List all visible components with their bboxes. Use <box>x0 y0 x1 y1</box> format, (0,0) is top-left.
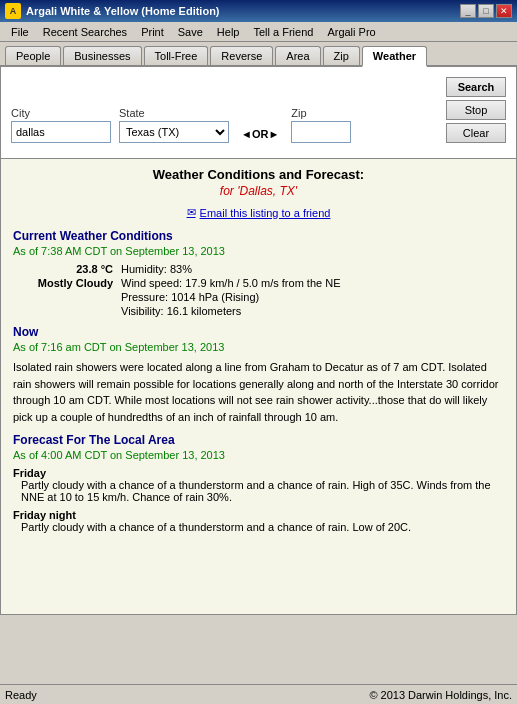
form-buttons: Search Stop Clear <box>446 77 506 143</box>
now-text: Isolated rain showers were located along… <box>13 359 504 425</box>
zip-input[interactable] <box>291 121 351 143</box>
state-field-group: State Texas (TX) <box>119 107 229 143</box>
content-title: Weather Conditions and Forecast: <box>13 167 504 182</box>
friday-night-text: Partly cloudy with a chance of a thunder… <box>21 521 504 533</box>
friday-label: Friday <box>13 467 504 479</box>
forecast-date: As of 4:00 AM CDT on September 13, 2013 <box>13 449 504 461</box>
tab-area[interactable]: Area <box>275 46 320 65</box>
tab-businesses[interactable]: Businesses <box>63 46 141 65</box>
maximize-button[interactable]: □ <box>478 4 494 18</box>
menu-item-help[interactable]: Help <box>211 24 246 40</box>
email-icon: ✉ <box>187 206 196 219</box>
friday-night-label: Friday night <box>13 509 504 521</box>
weather-grid: 23.8 °C Humidity: 83% Mostly Cloudy Wind… <box>13 263 504 317</box>
pressure-value: Pressure: 1014 hPa (Rising) <box>121 291 504 303</box>
condition-label: Mostly Cloudy <box>13 277 113 289</box>
content-wrapper: Weather Conditions and Forecast: for 'Da… <box>0 159 517 615</box>
tab-toll-free[interactable]: Toll-Free <box>144 46 209 65</box>
status-bar: Ready © 2013 Darwin Holdings, Inc. <box>0 684 517 704</box>
title-bar-left: A Argali White & Yellow (Home Edition) <box>5 3 220 19</box>
content-subtitle: for 'Dallas, TX' <box>13 184 504 198</box>
stop-button[interactable]: Stop <box>446 100 506 120</box>
tab-zip[interactable]: Zip <box>323 46 360 65</box>
state-select[interactable]: Texas (TX) <box>119 121 229 143</box>
friday-text: Partly cloudy with a chance of a thunder… <box>21 479 504 503</box>
forecast-title: Forecast For The Local Area <box>13 433 504 447</box>
tab-bar: PeopleBusinessesToll-FreeReverseAreaZipW… <box>0 42 517 67</box>
search-button[interactable]: Search <box>446 77 506 97</box>
tab-weather[interactable]: Weather <box>362 46 427 67</box>
zip-field-group: Zip <box>291 107 351 143</box>
visibility-spacer <box>13 305 113 317</box>
menu-item-recent-searches[interactable]: Recent Searches <box>37 24 133 40</box>
app-icon: A <box>5 3 21 19</box>
form-area: City State Texas (TX) ◄OR► Zip Search St… <box>0 67 517 159</box>
state-label: State <box>119 107 229 119</box>
minimize-button[interactable]: _ <box>460 4 476 18</box>
menu-item-print[interactable]: Print <box>135 24 170 40</box>
content-area[interactable]: Weather Conditions and Forecast: for 'Da… <box>1 159 516 614</box>
now-date: As of 7:16 am CDT on September 13, 2013 <box>13 341 504 353</box>
city-label: City <box>11 107 111 119</box>
window-title: Argali White & Yellow (Home Edition) <box>26 5 220 17</box>
tab-reverse[interactable]: Reverse <box>210 46 273 65</box>
menu-bar: FileRecent SearchesPrintSaveHelpTell a F… <box>0 22 517 42</box>
status-left: Ready <box>5 689 37 701</box>
status-right: © 2013 Darwin Holdings, Inc. <box>369 689 512 701</box>
temp-label: 23.8 °C <box>13 263 113 275</box>
clear-button[interactable]: Clear <box>446 123 506 143</box>
current-conditions-date: As of 7:38 AM CDT on September 13, 2013 <box>13 245 504 257</box>
menu-item-save[interactable]: Save <box>172 24 209 40</box>
humidity-value: Humidity: 83% <box>121 263 504 275</box>
or-label: ◄OR► <box>237 128 283 140</box>
visibility-value: Visibility: 16.1 kilometers <box>121 305 504 317</box>
menu-item-tell-a-friend[interactable]: Tell a Friend <box>247 24 319 40</box>
title-bar: A Argali White & Yellow (Home Edition) _… <box>0 0 517 22</box>
email-link-text[interactable]: Email this listing to a friend <box>200 207 331 219</box>
pressure-spacer <box>13 291 113 303</box>
zip-label: Zip <box>291 107 351 119</box>
now-title: Now <box>13 325 504 339</box>
form-row: City State Texas (TX) ◄OR► Zip Search St… <box>11 77 506 143</box>
menu-item-argali-pro[interactable]: Argali Pro <box>321 24 381 40</box>
city-input[interactable] <box>11 121 111 143</box>
title-bar-controls: _ □ ✕ <box>460 4 512 18</box>
current-conditions-title: Current Weather Conditions <box>13 229 504 243</box>
city-field-group: City <box>11 107 111 143</box>
menu-item-file[interactable]: File <box>5 24 35 40</box>
email-link[interactable]: ✉ Email this listing to a friend <box>13 206 504 219</box>
tab-people[interactable]: People <box>5 46 61 65</box>
wind-value: Wind speed: 17.9 km/h / 5.0 m/s from the… <box>121 277 504 289</box>
close-button[interactable]: ✕ <box>496 4 512 18</box>
